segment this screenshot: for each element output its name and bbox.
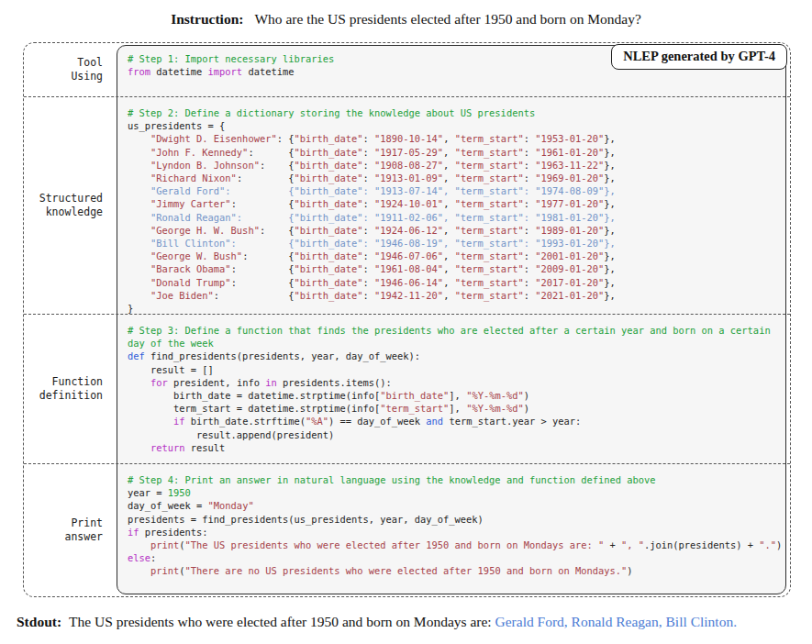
code-step4: # Step 4: Print an answer in natural lan…	[128, 473, 788, 578]
section-print-answer: Print answer # Step 4: Print an answer i…	[24, 464, 790, 596]
code-cell-step4: # Step 4: Print an answer in natural lan…	[117, 464, 790, 596]
stdout-answer: Gerald Ford, Ronald Reagan, Bill Clinton…	[495, 614, 737, 629]
code-step3: # Step 3: Define a function that finds t…	[128, 324, 788, 454]
section-structured-knowledge: Structured knowledge # Step 2: Define a …	[24, 97, 790, 315]
code-cell-step3: # Step 3: Define a function that finds t…	[117, 315, 790, 463]
instruction-line: Instruction:Who are the US presidents el…	[0, 0, 812, 42]
section-label-print-answer: Print answer	[24, 464, 117, 596]
instruction-label: Instruction:	[171, 11, 243, 27]
section-label-tool-using: Tool Using	[24, 43, 117, 96]
code-step2: # Step 2: Define a dictionary storing th…	[128, 106, 788, 314]
nlep-figure-container: NLEP generated by GPT-4 Tool Using # Ste…	[23, 42, 791, 597]
nlep-sections: Tool Using # Step 1: Import necessary li…	[24, 43, 790, 596]
stdout-line: Stdout:The US presidents who were electe…	[0, 614, 812, 630]
instruction-text: Who are the US presidents elected after …	[254, 11, 640, 27]
code-cell-step2: # Step 2: Define a dictionary storing th…	[117, 97, 790, 314]
section-label-structured-knowledge: Structured knowledge	[24, 97, 117, 314]
nlep-badge: NLEP generated by GPT-4	[611, 44, 787, 70]
stdout-text: The US presidents who were elected after…	[69, 614, 495, 629]
stdout-label: Stdout:	[17, 614, 61, 629]
section-function-definition: Function definition # Step 3: Define a f…	[24, 315, 790, 464]
section-label-function-definition: Function definition	[24, 315, 117, 463]
